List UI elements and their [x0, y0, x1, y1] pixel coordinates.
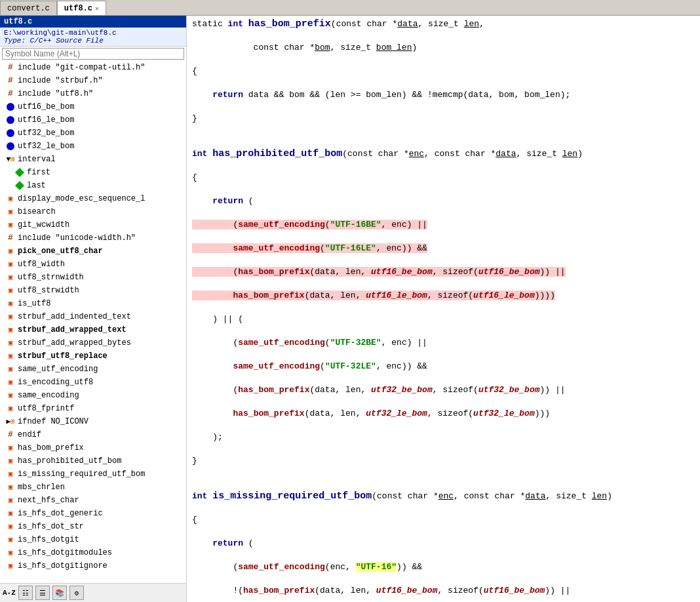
function-icon: ▣	[5, 351, 16, 361]
sidebar-item-label: is_encoding_utf8	[18, 376, 93, 388]
hash-icon: #	[5, 62, 16, 73]
sidebar-item[interactable]: ▣is_encoding_utf8	[0, 376, 186, 389]
sidebar-item[interactable]: ▣utf8_strwidth	[0, 284, 186, 297]
sidebar-item[interactable]: ▶ ⊞ifndef NO_ICONV	[0, 415, 186, 428]
sidebar-item[interactable]: ▣next_hfs_char	[0, 494, 186, 507]
sidebar-item[interactable]: ▣mbs_chrlen	[0, 481, 186, 494]
symbol-search-input[interactable]	[2, 48, 184, 60]
tab-convert-c[interactable]: convert.c	[0, 1, 57, 15]
sidebar-item[interactable]: ▣utf8_width	[0, 258, 186, 271]
function-icon: ▣	[5, 272, 16, 283]
sidebar-item-label: is_hfs_dotgit	[18, 534, 79, 546]
sidebar-item-label: last	[27, 180, 46, 191]
sidebar-item[interactable]: ▣display_mode_esc_sequence_l	[0, 192, 186, 205]
book-button[interactable]: 📚	[52, 586, 67, 600]
sidebar-item[interactable]: ▣is_missing_required_utf_bom	[0, 468, 186, 481]
function-icon: ▣	[5, 403, 16, 414]
sidebar-item[interactable]: utf16_be_bom	[0, 100, 186, 113]
close-icon[interactable]: ✕	[95, 5, 99, 12]
sidebar-item[interactable]: ▣has_prohibited_utf_bom	[0, 454, 186, 468]
settings-button[interactable]: ⚙	[69, 586, 84, 600]
function-icon: ▣	[5, 298, 16, 309]
sidebar-item[interactable]: ▣same_encoding	[0, 389, 186, 402]
expand-icon: ▶ ⊞	[5, 416, 16, 427]
sidebar-item[interactable]: ▣git_wcwidth	[0, 218, 186, 231]
member-icon	[14, 180, 25, 191]
sidebar-item[interactable]: ▣is_hfs_dotgitignore	[0, 559, 186, 572]
sidebar-item[interactable]: utf16_le_bom	[0, 113, 186, 127]
sidebar-item[interactable]: ▣utf8_strnwidth	[0, 271, 186, 284]
sidebar-item[interactable]: ▼ ⊞interval	[0, 153, 186, 166]
sidebar-item[interactable]: ▣strbuf_utf8_replace	[0, 350, 186, 363]
sidebar-header: utf8.c	[0, 16, 186, 28]
tab-utf8-c[interactable]: utf8.c ✕	[57, 1, 106, 15]
function-icon: ▣	[5, 534, 16, 545]
tree-view-button[interactable]: ☰	[35, 586, 50, 600]
function-icon: ▣	[5, 285, 16, 296]
sidebar-item[interactable]: ▣strbuf_add_indented_text	[0, 310, 186, 323]
sidebar-list: #include "git-compat-util.h"#include "st…	[0, 61, 186, 583]
list-view-button[interactable]: ☷	[18, 586, 33, 600]
hash-icon: #	[5, 430, 16, 440]
sidebar-item[interactable]: ▣is_hfs_dotgit	[0, 533, 186, 546]
variable-icon	[5, 128, 16, 138]
sidebar-item-label: is_hfs_dotgitignore	[18, 560, 107, 572]
sidebar-item[interactable]: last	[0, 179, 186, 192]
sidebar-item[interactable]: ▣strbuf_add_wrapped_bytes	[0, 336, 186, 350]
sidebar-item[interactable]: #include "git-compat-util.h"	[0, 61, 186, 74]
sidebar-item-label: interval	[18, 153, 56, 165]
function-icon: ▣	[5, 220, 16, 230]
sidebar-item-label: strbuf_add_wrapped_text	[18, 324, 126, 336]
variable-icon	[5, 115, 16, 125]
sidebar-item[interactable]: ▣has_bom_prefix	[0, 441, 186, 454]
sidebar-item-label: include "strbuf.h"	[18, 75, 103, 87]
sidebar-item-label: is_missing_required_utf_bom	[18, 468, 145, 480]
sidebar-item-label: first	[27, 167, 50, 178]
sidebar-item[interactable]: ▣is_hfs_dot_str	[0, 520, 186, 533]
sidebar-item[interactable]: #endif	[0, 428, 186, 441]
sidebar-item-label: utf8_fprintf	[18, 403, 74, 414]
sidebar-item[interactable]: #include "unicode-width.h"	[0, 231, 186, 245]
member-icon	[14, 167, 25, 178]
code-content: static int has_bom_prefix(const char *da…	[187, 16, 700, 602]
code-area[interactable]: static int has_bom_prefix(const char *da…	[187, 16, 700, 602]
function-icon: ▣	[5, 311, 16, 322]
sidebar-item[interactable]: ▣same_utf_encoding	[0, 363, 186, 376]
sidebar-item-label: is_hfs_dot_generic	[18, 508, 103, 519]
function-icon: ▣	[5, 193, 16, 204]
expand-icon: ▼ ⊞	[5, 154, 16, 165]
sidebar-item-label: endif	[18, 429, 41, 441]
sidebar-item-label: utf32_le_bom	[18, 140, 74, 152]
sidebar-item[interactable]: ▣strbuf_add_wrapped_text	[0, 323, 186, 336]
tab-utf8-c-label: utf8.c	[64, 4, 92, 13]
sidebar-item[interactable]: ▣bisearch	[0, 205, 186, 218]
sidebar-item-label: utf32_be_bom	[18, 127, 74, 139]
sidebar-item[interactable]: utf32_be_bom	[0, 127, 186, 140]
file-info: E:\working\git-main\utf8.c Type: C/C++ S…	[0, 28, 186, 47]
sidebar-item-label: is_hfs_dot_str	[18, 521, 84, 532]
sidebar: utf8.c E:\working\git-main\utf8.c Type: …	[0, 16, 187, 602]
file-path: E:\working\git-main\utf8.c	[4, 29, 182, 37]
sidebar-item[interactable]: #include "strbuf.h"	[0, 74, 186, 87]
sidebar-item[interactable]: ▣is_utf8	[0, 297, 186, 310]
function-icon: ▣	[5, 495, 16, 506]
sidebar-item[interactable]: first	[0, 166, 186, 179]
sidebar-item[interactable]: utf32_le_bom	[0, 140, 186, 153]
variable-icon	[5, 102, 16, 112]
sidebar-item-label: include "unicode-width.h"	[18, 232, 136, 244]
sidebar-item-label: strbuf_utf8_replace	[18, 350, 107, 362]
sort-az-button[interactable]: A-Z	[3, 589, 16, 597]
function-icon: ▣	[5, 246, 16, 256]
sidebar-item-label: include "git-compat-util.h"	[18, 62, 145, 73]
function-icon: ▣	[5, 390, 16, 401]
sidebar-item[interactable]: #include "utf8.h"	[0, 87, 186, 100]
function-icon: ▣	[5, 377, 16, 388]
sidebar-item-label: mbs_chrlen	[18, 481, 65, 493]
sidebar-item-label: ifndef NO_ICONV	[18, 416, 88, 428]
function-icon: ▣	[5, 469, 16, 479]
sidebar-item[interactable]: ▣is_hfs_dot_generic	[0, 507, 186, 520]
sidebar-item[interactable]: ▣utf8_fprintf	[0, 402, 186, 415]
sidebar-item[interactable]: ▣pick_one_utf8_char	[0, 245, 186, 258]
sidebar-item-label: has_bom_prefix	[18, 442, 84, 454]
sidebar-item[interactable]: ▣is_hfs_dotgitmodules	[0, 546, 186, 559]
